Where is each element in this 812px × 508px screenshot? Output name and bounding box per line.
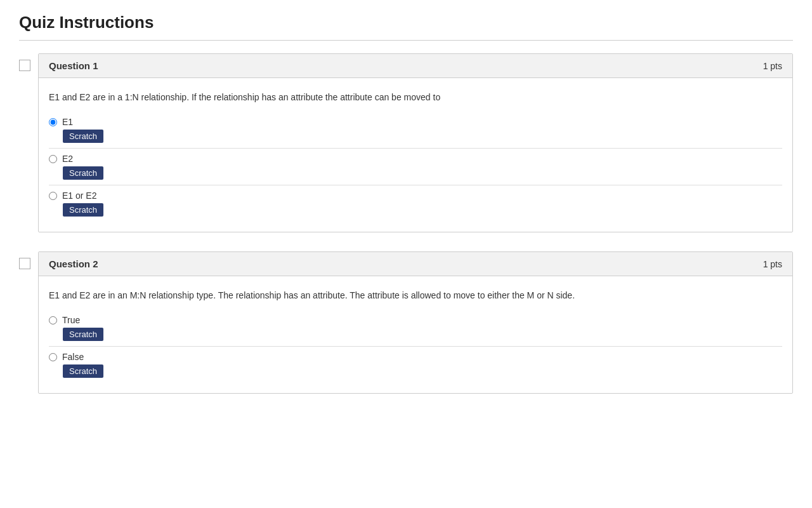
option-item-1-1: E1Scratch bbox=[49, 117, 782, 149]
question-card-2: Question 21 ptsE1 and E2 are in an M:N r… bbox=[38, 251, 793, 394]
option-label-q1o1[interactable]: E1 bbox=[62, 117, 73, 127]
radio-q2o1[interactable] bbox=[49, 316, 57, 324]
question-body-1: E1 and E2 are in a 1:N relationship. If … bbox=[39, 78, 792, 232]
question-pts-1: 1 pts bbox=[763, 61, 782, 71]
question-title-2: Question 2 bbox=[49, 258, 98, 269]
radio-q1o2[interactable] bbox=[49, 155, 57, 163]
question-header-2: Question 21 pts bbox=[39, 252, 792, 276]
scratch-button-q1o2[interactable]: Scratch bbox=[63, 166, 103, 180]
option-row-2-2: False bbox=[49, 352, 782, 362]
option-row-1-1: E1 bbox=[49, 117, 782, 127]
title-divider bbox=[19, 40, 793, 41]
question-pts-2: 1 pts bbox=[763, 259, 782, 269]
question-header-1: Question 11 pts bbox=[39, 54, 792, 78]
question-checkbox-2[interactable] bbox=[19, 258, 30, 269]
scratch-button-q1o3[interactable]: Scratch bbox=[63, 203, 103, 217]
question-title-1: Question 1 bbox=[49, 60, 98, 71]
question-wrapper-2: Question 21 ptsE1 and E2 are in an M:N r… bbox=[19, 251, 793, 394]
radio-q1o3[interactable] bbox=[49, 192, 57, 200]
option-label-q2o2[interactable]: False bbox=[62, 352, 84, 362]
question-card-1: Question 11 ptsE1 and E2 are in a 1:N re… bbox=[38, 53, 793, 232]
page-title: Quiz Instructions bbox=[19, 13, 793, 32]
question-wrapper-1: Question 11 ptsE1 and E2 are in a 1:N re… bbox=[19, 53, 793, 232]
questions-container: Question 11 ptsE1 and E2 are in a 1:N re… bbox=[19, 53, 793, 394]
scratch-button-q1o1[interactable]: Scratch bbox=[63, 130, 103, 143]
option-item-2-1: TrueScratch bbox=[49, 315, 782, 347]
radio-q2o2[interactable] bbox=[49, 353, 57, 361]
question-checkbox-1[interactable] bbox=[19, 60, 30, 71]
option-label-q1o3[interactable]: E1 or E2 bbox=[62, 190, 96, 201]
option-row-2-1: True bbox=[49, 315, 782, 325]
option-item-2-2: FalseScratch bbox=[49, 352, 782, 378]
option-label-q2o1[interactable]: True bbox=[62, 315, 80, 325]
option-item-1-2: E2Scratch bbox=[49, 154, 782, 185]
scratch-button-q2o2[interactable]: Scratch bbox=[63, 364, 103, 378]
options-list-1: E1ScratchE2ScratchE1 or E2Scratch bbox=[49, 117, 782, 217]
question-text-1: E1 and E2 are in a 1:N relationship. If … bbox=[49, 91, 782, 104]
option-row-1-3: E1 or E2 bbox=[49, 190, 782, 201]
question-body-2: E1 and E2 are in an M:N relationship typ… bbox=[39, 276, 792, 393]
option-row-1-2: E2 bbox=[49, 154, 782, 164]
radio-q1o1[interactable] bbox=[49, 118, 57, 126]
scratch-button-q2o1[interactable]: Scratch bbox=[63, 328, 103, 341]
question-text-2: E1 and E2 are in an M:N relationship typ… bbox=[49, 289, 782, 302]
option-label-q1o2[interactable]: E2 bbox=[62, 154, 73, 164]
options-list-2: TrueScratchFalseScratch bbox=[49, 315, 782, 378]
option-item-1-3: E1 or E2Scratch bbox=[49, 190, 782, 217]
